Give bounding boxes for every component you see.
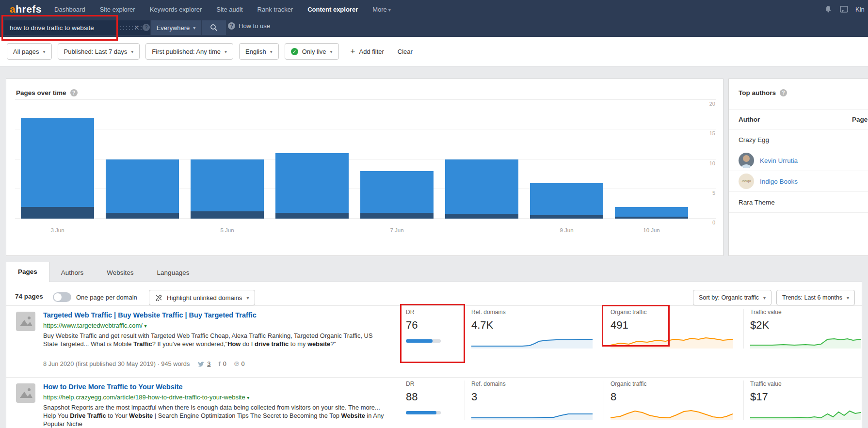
result-thumbnail: [16, 312, 35, 331]
dr-annotation: [400, 304, 465, 363]
chat-icon[interactable]: [840, 5, 848, 13]
nav-item-content-explorer[interactable]: Content explorer: [307, 6, 358, 13]
author-row[interactable]: Kevin Urrutia: [729, 150, 868, 171]
nav-item-more[interactable]: More▾: [372, 6, 391, 13]
chevron-down-icon: ▾: [193, 25, 195, 31]
content-explorer-screen: ahrefs DashboardSite explorerKeywords ex…: [0, 0, 868, 428]
chart-plot: 201510503 Jun5 Jun7 Jun9 Jun10 Jun: [15, 100, 716, 225]
tab-languages[interactable]: Languages: [145, 263, 201, 282]
traffic-value-value: $2K: [750, 319, 868, 332]
how-to-use[interactable]: ? How to use: [228, 22, 270, 30]
sort-by-dropdown[interactable]: Sort by: Organic traffic ▾: [693, 290, 772, 305]
filter-label: First published: Any time: [152, 48, 221, 55]
search-button[interactable]: [202, 20, 226, 35]
twitter-share[interactable]: 3: [197, 360, 210, 367]
y-tick-label: 20: [709, 101, 715, 107]
pinterest-share[interactable]: ℗0: [234, 360, 245, 367]
trends-dropdown[interactable]: Trends: Last 6 months ▾: [776, 290, 855, 305]
ahrefs-logo[interactable]: ahrefs: [10, 3, 42, 15]
dotted-texture: [116, 25, 145, 30]
y-tick-label: 0: [712, 220, 715, 225]
search-box-annotation: [1, 15, 118, 41]
author-name[interactable]: Indigo Books: [760, 178, 798, 185]
question-icon: ?: [228, 22, 235, 30]
scope-dropdown[interactable]: Everywhere▾: [151, 20, 201, 35]
bar-7-jun[interactable]: [360, 171, 434, 219]
organic-traffic-cell: Organic traffic8: [604, 380, 742, 420]
bar-5-jun[interactable]: [191, 159, 264, 219]
bar-9-jun[interactable]: [530, 183, 603, 219]
result-url[interactable]: https://www.targetedwebtraffic.com/ ▾: [43, 322, 147, 329]
user-menu[interactable]: Kin: [855, 6, 868, 13]
result-title-link[interactable]: Targeted Web Traffic | Buy Website Traff…: [43, 311, 257, 319]
add-filter-button[interactable]: + Add filter: [351, 47, 384, 56]
results-controls: 74 pages One page per domain Highlight u…: [6, 289, 862, 305]
nav-item-site-explorer[interactable]: Site explorer: [100, 6, 135, 13]
avatar: [739, 153, 754, 168]
filter-all-pages[interactable]: All pages▾: [7, 43, 52, 60]
bar-4-jun[interactable]: [106, 159, 179, 219]
author-column-header[interactable]: Author: [739, 116, 760, 123]
top-navigation-bar: ahrefs DashboardSite explorerKeywords ex…: [0, 0, 868, 37]
pages-column-header[interactable]: Pages: [852, 116, 868, 123]
author-row[interactable]: Crazy Egg: [729, 129, 868, 150]
help-icon[interactable]: ?: [70, 89, 78, 96]
result-title-link[interactable]: How to Drive More Traffic to Your Websit…: [43, 383, 183, 391]
bar-10-jun[interactable]: [615, 207, 688, 219]
result-url[interactable]: https://help.crazyegg.com/article/189-ho…: [43, 394, 249, 401]
tab-websites[interactable]: Websites: [95, 263, 145, 282]
chevron-down-icon: ▾: [246, 295, 249, 301]
facebook-icon: f: [218, 360, 220, 367]
facebook-share[interactable]: f0: [218, 360, 226, 367]
author-name: Rara Theme: [739, 199, 775, 206]
bar-8-jun[interactable]: [445, 159, 518, 219]
scope-value: Everywhere: [157, 24, 190, 32]
one-page-per-domain-toggle[interactable]: [53, 292, 71, 302]
authors-title-row: Top authors ?: [739, 89, 787, 96]
filter-bar: All pages▾Published: Last 7 days▾First p…: [0, 37, 868, 66]
bar-3-jun[interactable]: [21, 118, 94, 219]
image-placeholder-icon: [16, 383, 35, 403]
close-icon[interactable]: ✕: [134, 24, 139, 31]
tab-pages[interactable]: Pages: [6, 262, 49, 282]
author-name[interactable]: Kevin Urrutia: [760, 157, 798, 164]
check-icon: ✓: [291, 48, 298, 55]
logo-rest: hrefs: [16, 3, 42, 15]
y-tick-label: 5: [712, 190, 715, 196]
main-nav: DashboardSite explorerKeywords explorerS…: [54, 6, 391, 13]
highlight-label: Highlight unlinked domains: [167, 294, 242, 301]
filter-only-live[interactable]: ✓Only live▾: [285, 43, 339, 60]
bell-icon[interactable]: [824, 5, 832, 13]
nav-item-site-audit[interactable]: Site audit: [216, 6, 242, 13]
plus-icon: +: [351, 47, 355, 56]
filter-label: All pages: [13, 48, 39, 55]
result-date: 8 Jun 2020 (first published 30 May 2019)…: [43, 360, 190, 367]
tab-authors[interactable]: Authors: [49, 263, 96, 282]
author-row[interactable]: IndigoIndigo Books: [729, 171, 868, 192]
authors-table: Author Pages Crazy EggKevin UrrutiaIndig…: [729, 110, 868, 213]
clear-filters-button[interactable]: Clear: [398, 48, 413, 55]
nav-item-keywords-explorer[interactable]: Keywords explorer: [150, 6, 202, 13]
dr-value: 88: [406, 391, 463, 403]
results-count: 74 pages: [15, 293, 43, 300]
y-tick-label: 15: [709, 130, 715, 136]
bar-6-jun[interactable]: [275, 153, 349, 219]
filter-published-last-7-days[interactable]: Published: Last 7 days▾: [58, 43, 140, 60]
ref-domains-cell: Ref. domains3: [465, 380, 603, 420]
authors-title: Top authors: [739, 89, 776, 96]
pinterest-icon: ℗: [234, 360, 239, 367]
traffic-value-value: $17: [750, 391, 868, 403]
author-row[interactable]: Rara Theme: [729, 192, 868, 213]
chart-title: Pages over time: [16, 89, 66, 96]
nav-item-dashboard[interactable]: Dashboard: [54, 6, 85, 13]
filter-label: English: [245, 48, 266, 55]
help-icon[interactable]: ?: [780, 89, 787, 96]
search-row: how to drive traffic to website ✕ ? Ever…: [0, 18, 868, 37]
traffic-value-cell: Traffic value$2K: [743, 309, 868, 349]
filter-english[interactable]: English▾: [239, 43, 279, 60]
filter-first-published-any-time[interactable]: First published: Any time▾: [145, 43, 233, 60]
highlight-unlinked-domains-dropdown[interactable]: Highlight unlinked domains ▾: [149, 290, 255, 305]
question-icon[interactable]: ?: [143, 24, 150, 31]
nav-item-rank-tracker[interactable]: Rank tracker: [257, 6, 293, 13]
result-thumbnail: [16, 383, 35, 403]
